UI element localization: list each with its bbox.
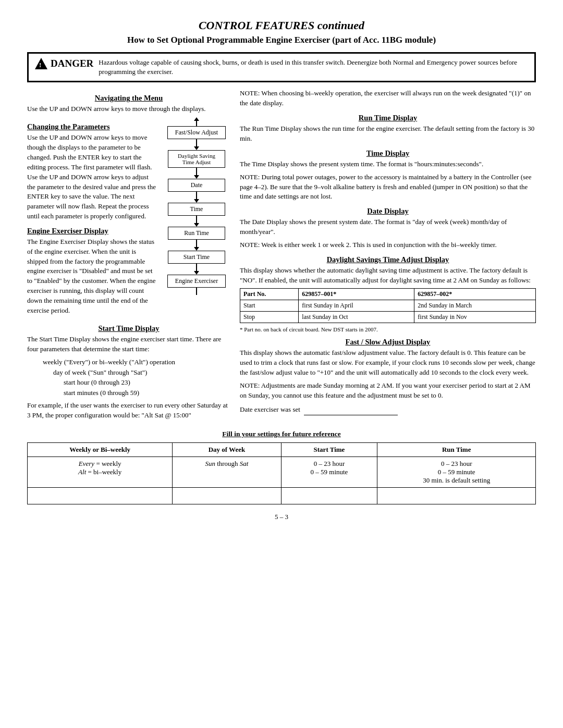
- ref-header-weekly: Weekly or Bi–weekly: [28, 443, 173, 457]
- arrow-line-4: [196, 216, 197, 223]
- start-time-heading: Start Time Display: [27, 324, 230, 333]
- arrow-line: [196, 121, 197, 126]
- ref-header-start: Start Time: [281, 443, 377, 457]
- dst-table-header-row: Part No. 629857–001* 629857–002*: [240, 289, 536, 300]
- ref-sat-label: Sat: [240, 460, 249, 467]
- flow-arrow-5: [194, 240, 199, 251]
- ref-every-label: Every: [79, 460, 94, 467]
- flow-arrow-up-top: [194, 117, 199, 126]
- arrow-line-7: [196, 288, 197, 295]
- ref-table-row2-empty: [28, 488, 536, 504]
- arrow-head-3: [194, 199, 199, 203]
- dst-row-stop: Stop last Sunday in Oct first Sunday in …: [240, 312, 536, 323]
- dst-col-629857-002: 629857–002*: [414, 289, 536, 300]
- flow-box-dst: Daylight SavingTime Adjust: [168, 150, 225, 168]
- date-display-section: Date Display The Date Display shows the …: [240, 207, 536, 250]
- flow-arrow-1: [194, 139, 199, 150]
- dst-table: Part No. 629857–001* 629857–002* Start f…: [240, 288, 536, 323]
- flow-arrow-7: [196, 288, 197, 295]
- danger-word: DANGER: [51, 58, 93, 69]
- dst-row-start: Start first Sunday in April 2nd Sunday i…: [240, 300, 536, 312]
- ref-row2-col3: [281, 488, 377, 504]
- note-biweekly: NOTE: When choosing bi–weekly operation,…: [240, 89, 536, 108]
- date-display-text1: The Date Display shows the present syste…: [240, 217, 536, 237]
- arrow-head-2: [194, 175, 199, 179]
- time-display-text1: The Time Display shows the present syste…: [240, 159, 536, 169]
- danger-triangle-icon: [35, 58, 47, 69]
- start-time-text2: For example, if the user wants the exerc…: [27, 401, 230, 421]
- dst-col-629857-001: 629857–001*: [299, 289, 414, 300]
- run-time-heading: Run Time Display: [240, 114, 536, 122]
- nav-menu-text: Use the UP and DOWN arrow keys to move t…: [27, 104, 230, 114]
- dst-start-002: 2nd Sunday in March: [414, 300, 536, 312]
- start-time-indent: weekly ("Every") or bi–weekly ("Alt") op…: [43, 357, 230, 398]
- run-time-text: The Run Time Display shows the run time …: [240, 124, 536, 144]
- arrow-head-1: [194, 146, 199, 150]
- arrow-line-1: [196, 139, 197, 146]
- run-time-section: Run Time Display The Run Time Display sh…: [240, 114, 536, 144]
- indent-line-4: start minutes (0 through 59): [64, 388, 230, 398]
- arrow-line-5: [196, 240, 197, 247]
- ref-table-row1: Every = weekly Alt = bi–weekly Sun throu…: [28, 457, 536, 488]
- flowchart-area: Fast/Slow Adjust Daylight SavingTime Adj…: [163, 117, 230, 318]
- fast-slow-heading: Fast / Slow Adjust Display: [240, 338, 536, 347]
- arrow-head-6: [194, 271, 199, 275]
- fast-slow-text1: This display shows the automatic fast/sl…: [240, 348, 536, 378]
- dst-note: * Part no. on back of circuit board. New…: [240, 326, 536, 332]
- indent-line-1: weekly ("Every") or bi–weekly ("Alt") op…: [43, 357, 230, 367]
- flow-arrow-3: [194, 192, 199, 203]
- flow-box-time: Time: [168, 203, 225, 216]
- fast-slow-text2: NOTE: Adjustments are made Sunday mornin…: [240, 381, 536, 401]
- ref-header-day: Day of Week: [173, 443, 281, 457]
- dst-col-partno: Part No.: [240, 289, 299, 300]
- ref-header-run: Run Time: [377, 443, 536, 457]
- nav-menu-section: Navigating the Menu Use the UP and DOWN …: [27, 94, 230, 114]
- ref-row1-weekly: Every = weekly Alt = bi–weekly: [28, 457, 173, 488]
- sub-title: How to Set Optional Programmable Engine …: [27, 34, 536, 46]
- dst-heading: Daylight Savings Time Adjust Display: [240, 255, 536, 264]
- fill-heading: Fill in your settings for future referen…: [27, 430, 536, 438]
- flow-arrow-2: [194, 168, 199, 179]
- flow-box-date: Date: [168, 179, 225, 192]
- arrow-line-2: [196, 168, 197, 175]
- start-time-text1: The Start Time Display shows the engine …: [27, 335, 230, 354]
- engine-exerciser-text: The Engine Exerciser Display shows the s…: [27, 237, 157, 316]
- right-column: NOTE: When choosing bi–weekly operation,…: [240, 89, 536, 424]
- params-engine-section: Changing the Parameters Use the UP and D…: [27, 117, 157, 318]
- danger-label: DANGER: [35, 58, 93, 69]
- two-col-layout: Navigating the Menu Use the UP and DOWN …: [27, 89, 536, 424]
- arrow-head-4: [194, 223, 199, 227]
- dst-text1: This display shows whether the automatic…: [240, 266, 536, 286]
- arrow-up-head: [194, 117, 199, 121]
- ref-alt-label: Alt: [78, 468, 86, 476]
- ref-sun-label: Sun: [205, 460, 215, 467]
- dst-start-001: first Sunday in April: [299, 300, 414, 312]
- indent-line-3: start hour (0 through 23): [64, 377, 230, 388]
- changing-params-text: Use the UP and DOWN arrow keys to move t…: [27, 133, 157, 221]
- date-display-heading: Date Display: [240, 207, 536, 216]
- flow-arrow-4: [194, 216, 199, 227]
- engine-exerciser-heading: Engine Exerciser Display: [27, 227, 157, 236]
- reference-table: Weekly or Bi–weekly Day of Week Start Ti…: [27, 442, 536, 504]
- ref-row2-col1: [28, 488, 173, 504]
- nav-menu-heading: Navigating the Menu: [27, 94, 230, 103]
- ref-row1-run: 0 – 23 hour0 – 59 minute30 min. is defau…: [377, 457, 536, 488]
- flow-arrow-6: [194, 264, 199, 275]
- page-number: 5 – 3: [27, 513, 536, 521]
- dst-stop-label: Stop: [240, 312, 299, 323]
- date-exerciser-label: Date exerciser was set: [240, 405, 300, 413]
- main-title: CONTROL FEATURES continued: [27, 19, 536, 32]
- dst-start-label: Start: [240, 300, 299, 312]
- start-time-section: Start Time Display The Start Time Displa…: [27, 324, 230, 421]
- flow-box-engine-exerciser: Engine Exerciser: [167, 275, 226, 288]
- dst-stop-001: last Sunday in Oct: [299, 312, 414, 323]
- fast-slow-section: Fast / Slow Adjust Display This display …: [240, 338, 536, 415]
- danger-text: Hazardous voltage capable of causing sho…: [99, 58, 528, 77]
- flow-box-start-time: Start Time: [168, 251, 225, 264]
- ref-row1-day: Sun through Sat: [173, 457, 281, 488]
- indent-line-2: day of week ("Sun" through "Sat"): [53, 367, 230, 378]
- time-display-section: Time Display The Time Display shows the …: [240, 149, 536, 202]
- time-display-heading: Time Display: [240, 149, 536, 158]
- arrow-head-5: [194, 247, 199, 251]
- flow-box-run-time: Run Time: [168, 227, 225, 240]
